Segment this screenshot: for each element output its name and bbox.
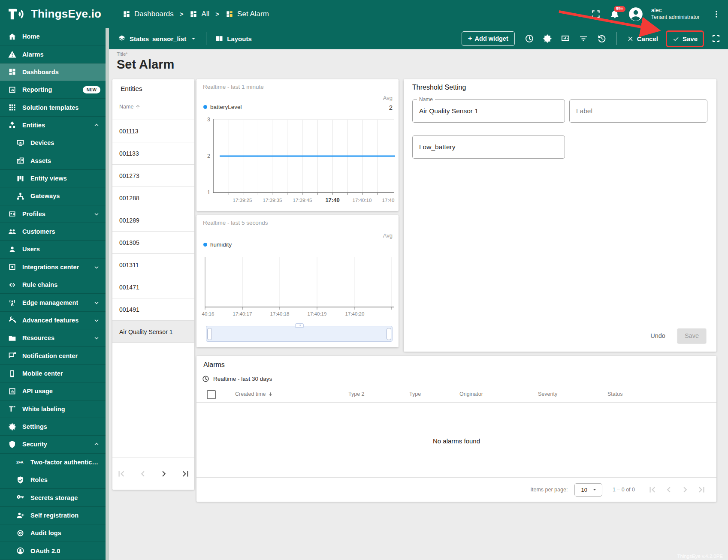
avatar[interactable] xyxy=(628,6,643,22)
sidebar-item-resources[interactable]: Resources xyxy=(0,329,106,347)
column-header-originator[interactable]: Originator xyxy=(459,391,483,397)
add-widget-button[interactable]: + Add widget xyxy=(462,31,515,46)
sidebar-item-label: Integrations center xyxy=(22,264,79,271)
sidebar-item-roles[interactable]: Roles xyxy=(0,471,106,489)
name-field[interactable]: Name Air Quality Sensor 1 xyxy=(412,99,565,123)
entity-row[interactable]: 001471 xyxy=(112,276,194,298)
alarms-timewindow-button[interactable]: Realtime - last 30 days xyxy=(202,375,272,383)
cancel-button[interactable]: Cancel xyxy=(623,33,662,45)
sidebar-item-white-labeling[interactable]: White labeling xyxy=(0,400,106,418)
column-header-status[interactable]: Status xyxy=(607,391,622,397)
chevron-down-icon[interactable] xyxy=(93,316,100,324)
breadcrumb-item-all[interactable]: All xyxy=(189,10,209,18)
chevron-down-icon[interactable] xyxy=(93,263,100,271)
range-selector-grip[interactable] xyxy=(295,323,304,328)
first-page-button[interactable] xyxy=(647,484,658,495)
sidebar-item-advanced-features[interactable]: Advanced features xyxy=(0,312,106,329)
sidebar-item-secrets-storage[interactable]: Secrets storage xyxy=(0,489,106,506)
entity-row[interactable]: 001491 xyxy=(112,298,194,321)
history-icon[interactable] xyxy=(594,31,609,46)
entity-row[interactable]: 001311 xyxy=(112,254,194,276)
kebab-menu-icon[interactable] xyxy=(712,9,721,19)
sidebar-item-solution-templates[interactable]: Solution templates xyxy=(0,99,106,116)
chevron-down-icon[interactable] xyxy=(93,334,100,342)
timewindow-clock-icon[interactable] xyxy=(522,31,537,46)
sidebar-item-integrations-center[interactable]: Integrations center xyxy=(0,259,106,276)
entity-row[interactable]: 001273 xyxy=(112,165,194,187)
entities-name-column-header[interactable]: Name xyxy=(119,104,141,110)
prev-page-button[interactable] xyxy=(137,468,148,479)
entity-row[interactable]: 001113 xyxy=(112,120,194,142)
fullscreen-icon[interactable] xyxy=(590,9,601,20)
undo-button[interactable]: Undo xyxy=(646,329,670,343)
first-page-button[interactable] xyxy=(116,468,127,479)
last-page-button[interactable] xyxy=(180,468,191,479)
entity-row[interactable]: 001305 xyxy=(112,232,194,254)
sidebar-item-dashboards[interactable]: Dashboards xyxy=(0,63,106,81)
sidebar-item-edge-management[interactable]: Edge management xyxy=(0,294,106,311)
entity-row[interactable]: 001289 xyxy=(112,209,194,232)
range-selector-right-handle[interactable] xyxy=(387,328,391,340)
sidebar-item-two-factor-authentication[interactable]: 2FATwo-factor authentication xyxy=(0,454,106,471)
items-per-page-select[interactable]: 10 xyxy=(574,483,602,497)
column-header-created-time[interactable]: Created time xyxy=(235,391,273,397)
sidebar-item-label: Assets xyxy=(30,157,51,164)
chevron-up-icon[interactable] xyxy=(93,121,100,129)
sidebar-item-devices[interactable]: Devices xyxy=(0,134,106,152)
breadcrumb-item-dashboards[interactable]: Dashboards xyxy=(122,10,174,18)
logo[interactable]: ThingsEye.io xyxy=(0,6,122,22)
sidebar-item-settings[interactable]: Settings xyxy=(0,418,106,436)
alarm-type-field[interactable]: Low_battery xyxy=(412,135,565,159)
filter-icon[interactable] xyxy=(576,31,591,46)
prev-page-button[interactable] xyxy=(663,484,674,495)
sidebar-item-rule-chains[interactable]: Rule chains xyxy=(0,276,106,294)
chevron-up-icon[interactable] xyxy=(93,440,100,448)
column-header-type[interactable]: Type xyxy=(409,391,421,397)
entity-row[interactable]: Air Quality Sensor 1 xyxy=(112,321,194,343)
breadcrumb-item-set-alarm[interactable]: Set Alarm xyxy=(225,10,269,18)
column-header-severity[interactable]: Severity xyxy=(538,391,557,397)
sidebar-item-reporting[interactable]: ReportingNEW xyxy=(0,81,106,99)
next-page-button[interactable] xyxy=(680,484,691,495)
sidebar-item-notification-center[interactable]: Notification center xyxy=(0,347,106,364)
sidebar-item-oauth-2-0[interactable]: OAuth 2.0 xyxy=(0,542,106,560)
time-range-selector[interactable] xyxy=(206,326,393,342)
range-selector-left-handle[interactable] xyxy=(207,328,212,340)
column-header-type-2[interactable]: Type 2 xyxy=(348,391,365,397)
layouts-button[interactable]: Layouts xyxy=(215,34,252,43)
sidebar-item-customers[interactable]: Customers xyxy=(0,223,106,241)
chevron-down-icon[interactable] xyxy=(93,210,100,218)
chevron-down-icon xyxy=(190,35,197,42)
entity-row[interactable]: 001133 xyxy=(112,142,194,165)
last-page-button[interactable] xyxy=(696,484,707,495)
sidebar-item-entity-views[interactable]: Entity views xyxy=(0,170,106,187)
states-dropdown[interactable]: States sensor_list xyxy=(118,34,197,43)
notifications-bell-icon[interactable]: 99+ xyxy=(609,9,620,20)
next-page-button[interactable] xyxy=(158,468,169,479)
sidebar-item-security[interactable]: Security xyxy=(0,436,106,453)
sidebar-item-audit-logs[interactable]: Audit logs xyxy=(0,524,106,542)
save-button[interactable]: Save xyxy=(669,33,701,45)
chart2-legend-item[interactable]: humidity xyxy=(203,241,232,248)
threshold-save-button[interactable]: Save xyxy=(677,328,706,343)
select-all-checkbox[interactable] xyxy=(207,390,216,399)
settings-gear-icon[interactable] xyxy=(540,31,555,46)
entity-row[interactable]: 001288 xyxy=(112,187,194,209)
chart1-legend-item[interactable]: batteryLevel xyxy=(203,104,242,110)
sidebar-scrollbar[interactable] xyxy=(106,28,109,560)
sidebar-item-home[interactable]: Home xyxy=(0,28,106,45)
sidebar-item-gateways[interactable]: Gateways xyxy=(0,187,106,205)
manage-widgets-icon[interactable] xyxy=(558,31,573,46)
sidebar-item-mobile-center[interactable]: Mobile center xyxy=(0,365,106,382)
sidebar-item-entities[interactable]: Entities xyxy=(0,117,106,134)
sidebar-item-self-registration[interactable]: Self registration xyxy=(0,507,106,524)
sidebar-item-label: Entities xyxy=(22,122,45,129)
sidebar-item-assets[interactable]: Assets xyxy=(0,152,106,170)
expand-fullscreen-icon[interactable] xyxy=(708,31,724,46)
sidebar-item-profiles[interactable]: Profiles xyxy=(0,205,106,223)
chevron-down-icon[interactable] xyxy=(93,299,100,307)
sidebar-item-alarms[interactable]: Alarms xyxy=(0,45,106,63)
label-field[interactable]: Label xyxy=(569,99,707,123)
sidebar-item-users[interactable]: Users xyxy=(0,241,106,258)
sidebar-item-api-usage[interactable]: API usage xyxy=(0,382,106,400)
